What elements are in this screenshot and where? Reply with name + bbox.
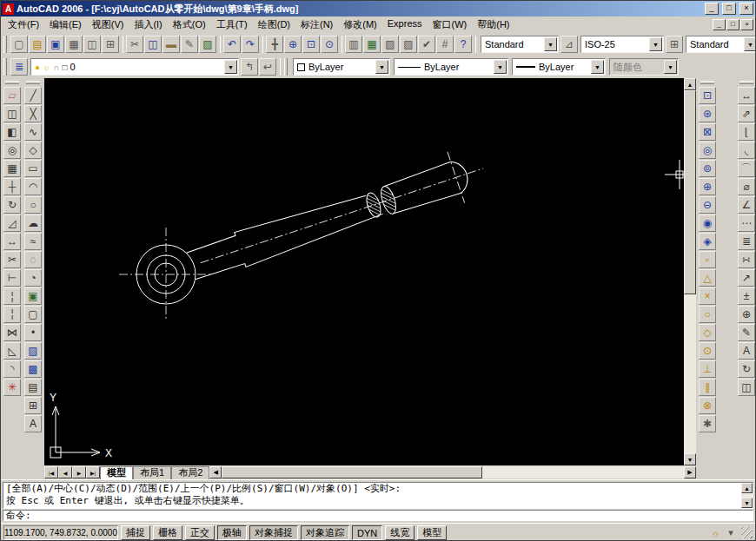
- new-file-icon[interactable]: ▢: [10, 36, 28, 53]
- minimize-button[interactable]: _: [705, 3, 719, 15]
- dimension-update-icon[interactable]: ↻: [738, 360, 755, 378]
- menu-item-express[interactable]: Express: [382, 16, 428, 33]
- prev-tab-button[interactable]: ◀: [58, 466, 72, 478]
- menu-item-insert[interactable]: 插入(I): [129, 16, 167, 33]
- diameter-dimension-icon[interactable]: ⌀: [738, 178, 755, 195]
- chevron-down-icon[interactable]: ▼: [224, 60, 237, 74]
- menu-item-view[interactable]: 视图(V): [87, 16, 129, 33]
- zoom-all-tool-icon[interactable]: ◉: [699, 214, 716, 232]
- text-style-combo[interactable]: Standard ▼: [481, 36, 559, 53]
- menu-item-draw[interactable]: 绘图(D): [253, 16, 295, 33]
- dim-style-manager-icon[interactable]: ◫: [738, 379, 755, 396]
- circle-tool-icon[interactable]: ○: [24, 196, 42, 214]
- drawing-canvas[interactable]: Y X: [44, 78, 684, 465]
- arc-tool-icon[interactable]: ◠: [24, 178, 42, 195]
- construction-line-tool-icon[interactable]: ╳: [24, 105, 42, 122]
- extend-tool-icon[interactable]: ⊢: [3, 269, 21, 287]
- copy-icon[interactable]: ◫: [144, 36, 162, 53]
- hatch-tool-icon[interactable]: ▨: [24, 342, 42, 360]
- zoom-realtime-icon[interactable]: ⊕: [284, 36, 302, 53]
- tab-layout2[interactable]: 布局2: [171, 466, 209, 479]
- command-history[interactable]: [全部(A)/中心(C)/动态(D)/范围(E)/上一个(P)/比例(S)/窗口…: [3, 482, 753, 509]
- break-at-point-tool-icon[interactable]: ¦: [3, 287, 21, 305]
- zoom-object-tool-icon[interactable]: ⊚: [699, 160, 716, 177]
- move-tool-icon[interactable]: ┼: [3, 178, 21, 195]
- center-mark-icon[interactable]: ⊕: [738, 306, 755, 323]
- status-toggle-ortho[interactable]: 正交: [185, 525, 215, 540]
- polyline-tool-icon[interactable]: ∿: [24, 123, 42, 141]
- plot-icon[interactable]: ▦: [65, 36, 83, 53]
- zoom-out-tool-icon[interactable]: ⊖: [699, 196, 716, 214]
- spline-tool-icon[interactable]: ≈: [24, 233, 42, 250]
- undo-icon[interactable]: ↶: [223, 36, 241, 53]
- layer-properties-manager-icon[interactable]: ≣: [10, 58, 28, 76]
- chamfer-tool-icon[interactable]: ◺: [3, 342, 21, 360]
- vertical-scroll-thumb[interactable]: [684, 90, 696, 294]
- snap-center-icon[interactable]: ○: [699, 306, 716, 323]
- stretch-tool-icon[interactable]: ↔: [3, 233, 21, 250]
- dim-style-icon[interactable]: ⊿: [560, 36, 578, 53]
- status-toggle-snap[interactable]: 捕捉: [121, 525, 150, 540]
- aligned-dimension-icon[interactable]: ⇗: [738, 105, 755, 122]
- copy-tool-icon[interactable]: ◫: [3, 105, 21, 122]
- zoom-extents-tool-icon[interactable]: ◈: [699, 233, 716, 250]
- scroll-left-button[interactable]: ◀: [209, 466, 222, 478]
- scroll-right-button[interactable]: ▶: [684, 466, 696, 478]
- ellipse-tool-icon[interactable]: ◌: [24, 251, 42, 268]
- plot-preview-icon[interactable]: ◫: [83, 36, 101, 53]
- tab-layout1[interactable]: 布局1: [133, 466, 171, 479]
- mdi-close-button[interactable]: ×: [740, 19, 753, 30]
- revision-cloud-tool-icon[interactable]: ☁: [24, 214, 42, 232]
- scale-tool-icon[interactable]: ◿: [3, 214, 21, 232]
- menu-item-window[interactable]: 窗口(W): [428, 16, 473, 33]
- polygon-tool-icon[interactable]: ◇: [24, 142, 42, 159]
- coordinate-display[interactable]: 1109.1700, 749.8732, 0.0000: [3, 525, 118, 540]
- snap-settings-icon[interactable]: ✱: [699, 415, 716, 432]
- chevron-down-icon[interactable]: ▼: [649, 37, 662, 51]
- scroll-down-button[interactable]: ▼: [741, 498, 753, 508]
- rectangle-tool-icon[interactable]: ▭: [24, 160, 42, 177]
- status-toggle-dyn[interactable]: DYN: [352, 525, 382, 540]
- array-tool-icon[interactable]: ▦: [3, 160, 21, 177]
- chevron-down-icon[interactable]: ▼: [744, 37, 756, 51]
- menu-item-help[interactable]: 帮助(H): [472, 16, 514, 33]
- gradient-tool-icon[interactable]: ▩: [24, 360, 42, 378]
- snap-parallel-icon[interactable]: ∥: [699, 379, 716, 396]
- mdi-minimize-button[interactable]: _: [713, 19, 726, 30]
- dim-style-combo[interactable]: ISO-25 ▼: [580, 36, 664, 53]
- snap-perpendicular-icon[interactable]: ⊥: [699, 360, 716, 378]
- next-tab-button[interactable]: ▶: [72, 466, 86, 478]
- zoom-dynamic-tool-icon[interactable]: ⊛: [699, 105, 716, 122]
- trim-tool-icon[interactable]: ✂: [3, 251, 21, 268]
- snap-midpoint-icon[interactable]: △: [699, 269, 716, 287]
- publish-icon[interactable]: ⊞: [102, 36, 119, 53]
- make-object-layer-current-icon[interactable]: ↰: [241, 58, 258, 76]
- zoom-center-tool-icon[interactable]: ◎: [699, 142, 716, 159]
- restore-button[interactable]: □: [722, 3, 736, 15]
- color-combo[interactable]: ByLayer ▼: [293, 58, 390, 76]
- explode-tool-icon[interactable]: ✳: [3, 379, 21, 396]
- menu-item-modify[interactable]: 修改(M): [338, 16, 382, 33]
- ordinate-dimension-icon[interactable]: ⌊: [738, 123, 755, 141]
- scroll-up-button[interactable]: ▲: [741, 483, 753, 493]
- dimension-text-edit-icon[interactable]: A: [738, 342, 755, 360]
- menu-item-dimension[interactable]: 标注(N): [295, 16, 338, 33]
- snap-tangent-icon[interactable]: ⊙: [699, 342, 716, 360]
- save-icon[interactable]: ▣: [47, 36, 64, 53]
- snap-node-icon[interactable]: ⊗: [699, 397, 716, 414]
- command-input[interactable]: 命令:: [3, 510, 753, 521]
- status-toggle-grid[interactable]: 栅格: [153, 525, 182, 540]
- snap-intersection-icon[interactable]: ×: [699, 287, 716, 305]
- continue-dimension-icon[interactable]: ∺: [738, 251, 755, 268]
- zoom-window-tool-icon[interactable]: ⊡: [699, 87, 716, 104]
- angular-dimension-icon[interactable]: ∠: [738, 196, 755, 214]
- linear-dimension-icon[interactable]: ↔: [738, 87, 755, 104]
- offset-tool-icon[interactable]: ◎: [3, 142, 21, 159]
- dimension-edit-icon[interactable]: ✎: [738, 324, 755, 341]
- radius-dimension-icon[interactable]: ◟: [738, 142, 755, 159]
- chevron-down-icon[interactable]: ▼: [544, 37, 557, 51]
- status-toggle-osnap[interactable]: 对象捕捉: [249, 525, 298, 540]
- table-style-combo[interactable]: Standard ▼: [686, 36, 756, 53]
- tool-palettes-icon[interactable]: ▨: [381, 36, 399, 53]
- status-toggle-polar[interactable]: 极轴: [217, 525, 247, 540]
